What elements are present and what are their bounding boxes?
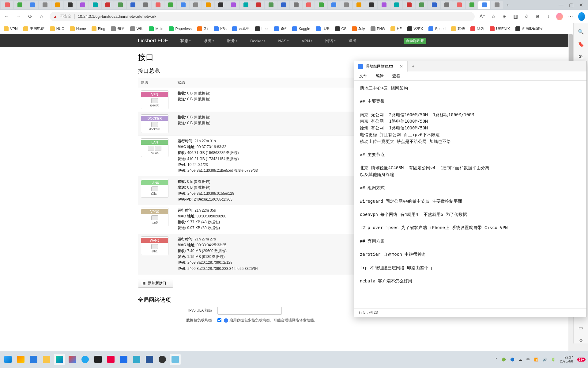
bookmark-item[interactable]: Leet xyxy=(255,26,269,31)
lede-brand[interactable]: LicsberLEDE xyxy=(138,38,168,44)
bookmark-item[interactable]: 云原生 xyxy=(232,26,250,31)
browser-tab[interactable] xyxy=(265,1,277,9)
tray-battery[interactable]: 🔋 xyxy=(551,358,556,362)
settings-icon[interactable]: ⚙ xyxy=(579,338,583,343)
bookmark-item[interactable]: 飞书 xyxy=(316,26,330,31)
bookmark-item[interactable]: HF xyxy=(390,26,402,31)
bookmark-item[interactable]: Blog xyxy=(92,26,105,31)
browser-tab[interactable] xyxy=(340,1,352,9)
taskbar-clock[interactable]: 22:27 2023/4/8 xyxy=(560,355,573,363)
browser-tab[interactable] xyxy=(114,1,126,9)
browser-tab[interactable] xyxy=(290,1,302,9)
collections-icon[interactable]: ⊕ xyxy=(534,13,541,19)
bookmark-item[interactable]: Paperless xyxy=(169,26,191,31)
bookmark-item[interactable]: Speed xyxy=(428,26,446,31)
split-icon[interactable]: ▥ xyxy=(512,13,519,19)
nav-item[interactable]: 系统▾ xyxy=(204,38,214,44)
bookmark-item[interactable]: 知学 xyxy=(111,26,125,31)
interface-badge[interactable]: DOCKERdocker0 xyxy=(141,114,168,133)
browser-tab[interactable] xyxy=(365,1,377,9)
browser-tab[interactable] xyxy=(14,1,26,9)
bookmark-item[interactable]: 华为 xyxy=(470,26,484,31)
bookmark-item[interactable]: USENIX xyxy=(490,26,510,31)
sidebar-toggle-icon[interactable]: ▭ xyxy=(579,325,583,331)
browser-tab[interactable] xyxy=(478,1,490,9)
browser-tab[interactable] xyxy=(453,1,465,9)
notepad-menu-item[interactable]: 查看 xyxy=(392,73,400,79)
tag-icon[interactable]: 🔖 xyxy=(578,41,584,47)
bookmark-item[interactable]: NUC xyxy=(50,26,64,31)
browser-tab[interactable] xyxy=(378,1,390,9)
interface-badge[interactable]: WAN6eth1 xyxy=(141,236,168,255)
new-tab-button[interactable]: ＋ xyxy=(503,2,512,8)
interface-badge[interactable]: LANbr-lan xyxy=(141,138,168,157)
interface-badge[interactable]: VPNipsec0 xyxy=(141,90,168,109)
tray-app-2[interactable]: 🔵 xyxy=(510,358,514,362)
browser-tab[interactable] xyxy=(139,1,151,9)
tray-chevron[interactable]: ˄ xyxy=(496,358,497,362)
bookmark-item[interactable]: 面向IDE编程 xyxy=(515,26,543,31)
nav-item[interactable]: 服务▾ xyxy=(227,38,237,44)
browser-tab[interactable] xyxy=(328,1,340,9)
forward-button[interactable]: → xyxy=(15,13,22,20)
close-button[interactable]: ✕ xyxy=(579,2,583,8)
browser-tab[interactable] xyxy=(77,1,89,9)
home-button[interactable]: ⌂ xyxy=(38,13,45,20)
nav-item[interactable]: 网络▾ xyxy=(325,38,336,44)
nav-item[interactable]: NAS▾ xyxy=(278,39,289,43)
ula-input[interactable] xyxy=(217,307,282,315)
browser-tab[interactable] xyxy=(102,1,114,9)
browser-tab[interactable] xyxy=(64,1,76,9)
browser-tab[interactable] xyxy=(202,1,214,9)
browser-tab[interactable] xyxy=(164,1,176,9)
start-button[interactable] xyxy=(2,354,13,365)
browser-tab[interactable] xyxy=(466,1,478,9)
browser-tab[interactable] xyxy=(428,1,440,9)
app-icon-1[interactable] xyxy=(105,354,116,365)
bookmark-item[interactable]: PNG xyxy=(371,26,385,31)
mail-icon[interactable] xyxy=(118,354,129,365)
bookmark-item[interactable]: Home xyxy=(70,26,86,31)
bookmark-item[interactable]: VPN xyxy=(4,26,18,31)
copilot-icon[interactable] xyxy=(15,354,26,365)
tray-volume[interactable]: 🔊 xyxy=(543,358,547,362)
notification-badge[interactable]: 12+ xyxy=(577,358,586,362)
browser-tab[interactable] xyxy=(215,1,227,9)
reload-button[interactable]: ⟳ xyxy=(26,13,34,20)
back-button[interactable]: ← xyxy=(3,13,10,20)
nav-item[interactable]: 状态▾ xyxy=(180,38,191,44)
browser-tab[interactable] xyxy=(353,1,365,9)
notepad-titlebar[interactable]: 异地组网教程.txt ✕ ＋ xyxy=(354,61,586,71)
browser-tab[interactable] xyxy=(152,1,164,9)
bookmark-item[interactable]: Wiki xyxy=(130,26,144,31)
browser-tab[interactable] xyxy=(303,1,315,9)
browser-tab[interactable] xyxy=(1,1,13,9)
notepad-tab-close[interactable]: ✕ xyxy=(400,64,403,69)
browser-tab[interactable] xyxy=(390,1,402,9)
browser-tab[interactable] xyxy=(26,1,38,9)
obs-icon[interactable] xyxy=(157,354,168,365)
explorer-icon[interactable] xyxy=(41,354,52,365)
notepad-menu-item[interactable]: 编辑 xyxy=(376,73,384,79)
terminal-icon[interactable] xyxy=(92,354,104,365)
browser-tab[interactable] xyxy=(277,1,289,9)
bookmark-item[interactable]: Kaggle xyxy=(292,26,310,31)
browser-tab[interactable] xyxy=(51,1,63,9)
bookmark-item[interactable]: Git xyxy=(197,26,208,31)
nav-item[interactable]: VPN▾ xyxy=(302,39,312,43)
shopping-icon[interactable]: 🛍 xyxy=(579,54,583,59)
maximize-button[interactable]: ▢ xyxy=(569,2,574,8)
browser-tab[interactable] xyxy=(441,1,453,9)
tray-app-1[interactable]: 🟢 xyxy=(502,358,506,362)
tray-language[interactable]: 中 xyxy=(526,357,530,362)
favorites-bar-icon[interactable]: ✩ xyxy=(523,13,530,19)
browser-tab[interactable] xyxy=(491,1,503,9)
bookmark-item[interactable]: 中国电信 xyxy=(23,26,44,31)
search-icon[interactable]: 🔍 xyxy=(578,29,584,35)
nav-item[interactable]: 退出 xyxy=(349,38,356,44)
bookmark-item[interactable]: 其他 xyxy=(451,26,465,31)
browser-tab[interactable] xyxy=(89,1,101,9)
vscode-icon[interactable] xyxy=(80,354,91,365)
read-aloud-icon[interactable]: A⁺ xyxy=(479,13,486,19)
browser-tab[interactable] xyxy=(39,1,51,9)
